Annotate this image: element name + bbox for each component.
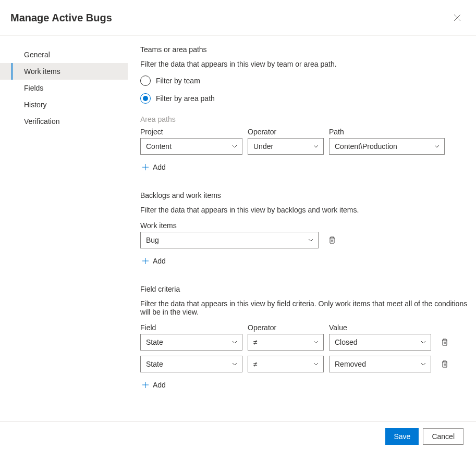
chevron-down-icon — [434, 143, 440, 149]
close-button[interactable] — [449, 9, 466, 26]
add-label: Add — [153, 163, 166, 171]
operator-dropdown[interactable]: Under — [248, 138, 324, 155]
dropdown-value: Bug — [146, 236, 159, 244]
dialog-body: General Work items Fields History Verifi… — [0, 36, 476, 421]
section-title: Backlogs and work items — [140, 191, 471, 199]
criteria-row: Field State Operator ≠ Value — [140, 323, 471, 351]
chevron-down-icon — [313, 361, 319, 367]
field-label: Field — [140, 323, 242, 332]
radio-label: Filter by area path — [156, 94, 215, 103]
sidebar-item-fields[interactable]: Fields — [0, 80, 128, 96]
content-area: Teams or area paths Filter the data that… — [128, 36, 476, 421]
dropdown-value: Closed — [335, 338, 358, 346]
radio-filter-by-area[interactable]: Filter by area path — [140, 93, 471, 104]
value-label: Value — [329, 323, 431, 332]
trash-icon — [441, 338, 449, 346]
dropdown-value: State — [146, 338, 163, 346]
delete-criteria-button[interactable] — [436, 334, 453, 351]
section-desc: Filter the data that appears in this vie… — [140, 299, 471, 316]
dialog-title: Manage Active Bugs — [10, 12, 112, 24]
close-icon — [453, 14, 461, 22]
sidebar-item-label: Verification — [24, 117, 59, 126]
area-path-row: Project Content Operator Under Path — [140, 128, 471, 155]
sidebar-item-label: History — [24, 101, 47, 109]
teams-section: Teams or area paths Filter the data that… — [140, 45, 471, 174]
add-label: Add — [153, 257, 166, 265]
add-criteria-button[interactable]: Add — [140, 378, 471, 392]
path-dropdown[interactable]: Content\Production — [329, 138, 445, 155]
dropdown-value: ≠ — [253, 360, 258, 368]
value-dropdown[interactable]: Closed — [329, 334, 431, 351]
work-item-row: Bug — [140, 232, 471, 248]
delete-criteria-button[interactable] — [436, 356, 453, 372]
sidebar-item-label: General — [24, 51, 50, 59]
section-title: Teams or area paths — [140, 45, 471, 54]
save-button[interactable]: Save — [385, 428, 419, 445]
chevron-down-icon — [420, 361, 426, 367]
trash-icon — [441, 360, 449, 368]
operator-label: Operator — [248, 128, 324, 136]
criteria-row: State ≠ Removed — [140, 356, 471, 372]
add-work-item-button[interactable]: Add — [140, 254, 471, 268]
chevron-down-icon — [313, 339, 319, 345]
cancel-button[interactable]: Cancel — [423, 428, 463, 445]
plus-icon — [141, 381, 150, 389]
chevron-down-icon — [231, 143, 238, 149]
backlogs-section: Backlogs and work items Filter the data … — [140, 191, 471, 268]
plus-icon — [141, 257, 150, 265]
work-items-label: Work items — [140, 221, 471, 230]
chevron-down-icon — [313, 143, 319, 149]
delete-work-item-button[interactable] — [324, 232, 340, 248]
trash-icon — [328, 236, 336, 244]
sidebar-item-history[interactable]: History — [0, 96, 128, 113]
field-dropdown[interactable]: State — [140, 334, 242, 351]
project-label: Project — [140, 128, 242, 136]
dropdown-value: Under — [253, 142, 273, 151]
dialog-footer: Save Cancel — [0, 421, 476, 450]
dropdown-value: ≠ — [253, 338, 258, 346]
sidebar-item-general[interactable]: General — [0, 46, 128, 63]
sidebar-item-work-items[interactable]: Work items — [0, 63, 128, 80]
radio-icon — [140, 93, 151, 104]
dropdown-value: Content\Production — [335, 142, 397, 151]
operator-label: Operator — [248, 323, 324, 332]
dropdown-value: Content — [146, 142, 172, 151]
section-desc: Filter the data that appears in this vie… — [140, 60, 471, 68]
chevron-down-icon — [231, 339, 238, 345]
chevron-down-icon — [420, 339, 426, 345]
sidebar-item-label: Fields — [24, 84, 43, 92]
section-title: Field criteria — [140, 285, 471, 293]
project-dropdown[interactable]: Content — [140, 138, 242, 155]
dropdown-value: Removed — [335, 360, 366, 368]
dialog-header: Manage Active Bugs — [0, 0, 476, 36]
area-paths-label: Area paths — [140, 115, 471, 123]
value-dropdown[interactable]: Removed — [329, 356, 431, 372]
radio-filter-by-team[interactable]: Filter by team — [140, 76, 471, 86]
operator-dropdown[interactable]: ≠ — [248, 334, 324, 351]
sidebar-item-label: Work items — [24, 67, 60, 76]
sidebar-item-verification[interactable]: Verification — [0, 113, 128, 130]
sidebar: General Work items Fields History Verifi… — [0, 36, 128, 421]
criteria-section: Field criteria Filter the data that appe… — [140, 285, 471, 392]
operator-dropdown[interactable]: ≠ — [248, 356, 324, 372]
chevron-down-icon — [231, 361, 238, 367]
chevron-down-icon — [308, 237, 314, 243]
radio-icon — [140, 76, 151, 86]
radio-label: Filter by team — [156, 77, 200, 85]
dropdown-value: State — [146, 360, 163, 368]
path-label: Path — [329, 128, 445, 136]
field-dropdown[interactable]: State — [140, 356, 242, 372]
add-area-path-button[interactable]: Add — [140, 160, 471, 174]
work-item-dropdown[interactable]: Bug — [140, 232, 319, 248]
section-desc: Filter the data that appears in this vie… — [140, 206, 471, 214]
add-label: Add — [153, 381, 166, 389]
plus-icon — [141, 163, 150, 171]
